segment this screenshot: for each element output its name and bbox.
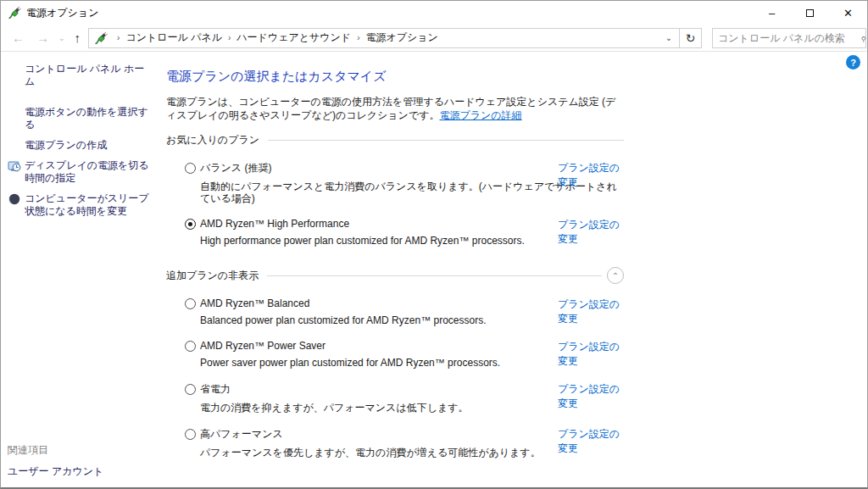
change-plan-settings-link[interactable]: プラン設定の変更 <box>558 218 624 247</box>
plan-radio-amd-balanced[interactable] <box>185 298 196 309</box>
sidebar-item-control-panel-home[interactable]: コントロール パネル ホーム <box>8 63 152 88</box>
plan-row-power-saver: 省電力 プラン設定の変更 電力の消費を抑えますが、パフォーマンスは低下します。 <box>185 382 624 414</box>
recent-pages-dropdown[interactable]: ⌄ <box>57 34 67 42</box>
plan-name: バランス (推奨) <box>200 161 271 175</box>
sidebar-item-label: ディスプレイの電源を切る時間の指定 <box>25 159 149 184</box>
plan-row-balanced: バランス (推奨) プラン設定の変更 自動的にパフォーマンスと電力消費のバランス… <box>185 161 624 204</box>
additional-plans-section-header: 追加プランの非表示 ⌃ <box>166 267 624 284</box>
address-bar[interactable]: › コントロール パネル › ハードウェアとサウンド › 電源オプション ⌄ ↻ <box>88 28 702 48</box>
breadcrumb-hardware-and-sound[interactable]: ハードウェアとサウンド <box>236 31 351 45</box>
breadcrumb-control-panel[interactable]: コントロール パネル <box>125 31 222 45</box>
intro-body: 電源プランは、コンピューターの電源の使用方法を管理するハードウェア設定とシステム… <box>166 96 615 121</box>
refresh-icon[interactable]: ↻ <box>679 29 701 47</box>
address-dropdown-icon[interactable]: ⌄ <box>659 33 679 42</box>
up-button[interactable]: ↑ <box>70 30 86 46</box>
content-area: ? コントロール パネル ホーム 電源ボタンの動作を選択する 電源プランの作成 … <box>1 52 867 488</box>
sidebar-item-choose-display-off-time[interactable]: ディスプレイの電源を切る時間の指定 <box>8 159 152 185</box>
power-options-window: 電源オプション – ✕ ← → ⌄ ↑ › コントロール パネル › ハードウェ… <box>0 0 868 489</box>
collapse-chevron-icon[interactable]: ⌃ <box>607 267 624 284</box>
main-panel: 電源プランの選択またはカスタマイズ 電源プランは、コンピューターの電源の使用方法… <box>166 52 628 488</box>
sidebar-item-change-sleep-time[interactable]: コンピューターがスリープ状態になる時間を変更 <box>8 192 152 218</box>
intro-text: 電源プランは、コンピューターの電源の使用方法を管理するハードウェア設定とシステム… <box>166 95 624 122</box>
sidebar: コントロール パネル ホーム 電源ボタンの動作を選択する 電源プランの作成 ディ… <box>1 52 166 488</box>
plan-row-amd-balanced: AMD Ryzen™ Balanced プラン設定の変更 Balanced po… <box>185 297 624 326</box>
change-plan-settings-link[interactable]: プラン設定の変更 <box>558 427 624 456</box>
sidebar-item-label: コンピューターがスリープ状態になる時間を変更 <box>25 192 149 217</box>
plan-radio-power-saver[interactable] <box>185 384 196 395</box>
close-button[interactable]: ✕ <box>829 1 867 25</box>
change-plan-settings-link[interactable]: プラン設定の変更 <box>558 161 624 190</box>
divider <box>268 140 624 141</box>
plan-name: AMD Ryzen™ High Performance <box>200 218 349 230</box>
plan-radio-balanced[interactable] <box>185 163 196 174</box>
hide-additional-plans-label: 追加プランの非表示 <box>166 269 259 283</box>
help-icon[interactable]: ? <box>846 55 860 69</box>
related-items: 関連項目 ユーザー アカウント <box>8 443 152 486</box>
sidebar-item-user-accounts[interactable]: ユーザー アカウント <box>8 465 152 478</box>
navigation-bar: ← → ⌄ ↑ › コントロール パネル › ハードウェアとサウンド › 電源オ… <box>1 25 867 52</box>
plan-name: 省電力 <box>200 382 231 397</box>
maximize-button[interactable] <box>791 1 829 25</box>
page-title: 電源プランの選択またはカスタマイズ <box>166 69 628 85</box>
search-icon[interactable]: ⌕ <box>853 26 868 49</box>
plan-name: 高パフォーマンス <box>200 427 283 442</box>
display-clock-icon <box>8 159 21 173</box>
plan-row-amd-high-performance: AMD Ryzen™ High Performance プラン設定の変更 Hig… <box>185 218 624 247</box>
breadcrumb-power-options[interactable]: 電源オプション <box>365 31 437 45</box>
titlebar: 電源オプション – ✕ <box>1 1 867 25</box>
power-plug-icon <box>94 31 108 45</box>
back-button[interactable]: ← <box>8 30 29 46</box>
change-plan-settings-link[interactable]: プラン設定の変更 <box>558 382 624 411</box>
plan-row-high-performance: 高パフォーマンス プラン設定の変更 パフォーマンスを優先しますが、電力の消費が増… <box>185 427 624 458</box>
breadcrumb: › コントロール パネル › ハードウェアとサウンド › 電源オプション <box>111 31 659 45</box>
breadcrumb-separator: › <box>357 33 359 42</box>
sleep-moon-icon <box>8 192 21 206</box>
power-plug-icon <box>8 6 21 19</box>
plan-radio-amd-high-performance[interactable] <box>185 219 196 230</box>
breadcrumb-separator: › <box>228 33 231 42</box>
plan-name: AMD Ryzen™ Balanced <box>200 297 309 309</box>
sidebar-item-create-power-plan[interactable]: 電源プランの作成 <box>8 139 152 152</box>
search-input[interactable] <box>713 32 854 44</box>
divider <box>267 275 602 276</box>
plan-row-amd-power-saver: AMD Ryzen™ Power Saver プラン設定の変更 Power sa… <box>185 340 624 369</box>
favorite-plans-section-header: お気に入りのプラン <box>166 133 624 147</box>
search-box: ⌕ <box>712 28 866 48</box>
maximize-icon <box>806 9 814 17</box>
plan-radio-amd-power-saver[interactable] <box>185 341 196 352</box>
window-controls: – ✕ <box>753 1 867 25</box>
plan-radio-high-performance[interactable] <box>185 429 196 440</box>
power-plan-details-link[interactable]: 電源プランの詳細 <box>439 109 521 121</box>
change-plan-settings-link[interactable]: プラン設定の変更 <box>558 297 624 326</box>
plan-name: AMD Ryzen™ Power Saver <box>200 340 326 352</box>
window-title: 電源オプション <box>26 6 98 20</box>
breadcrumb-separator: › <box>117 33 120 42</box>
forward-button[interactable]: → <box>32 30 53 46</box>
favorite-plans-label: お気に入りのプラン <box>166 133 259 147</box>
sidebar-item-choose-power-button-action[interactable]: 電源ボタンの動作を選択する <box>8 106 152 131</box>
change-plan-settings-link[interactable]: プラン設定の変更 <box>558 340 624 369</box>
minimize-button[interactable]: – <box>753 1 791 25</box>
related-items-header: 関連項目 <box>8 443 152 458</box>
